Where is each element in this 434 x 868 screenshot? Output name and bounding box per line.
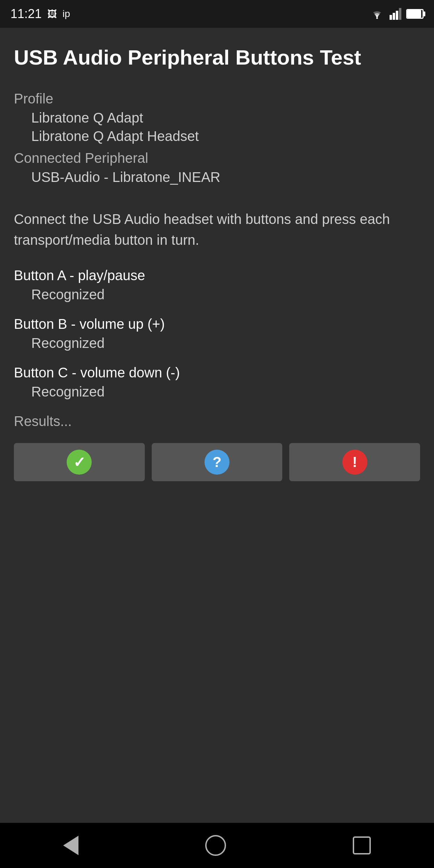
connected-peripheral-label: Connected Peripheral: [14, 150, 420, 166]
home-icon: [205, 835, 226, 856]
svg-rect-1: [390, 15, 392, 20]
recents-button[interactable]: [346, 829, 378, 861]
nav-bar: [0, 823, 434, 868]
ip-label: ip: [62, 8, 70, 19]
svg-rect-3: [396, 11, 398, 20]
button-c-label: Button C - volume down (-): [14, 365, 420, 381]
fail-button[interactable]: !: [289, 443, 420, 481]
page-title: USB Audio Peripheral Buttons Test: [14, 45, 420, 70]
unknown-button[interactable]: ?: [152, 443, 283, 481]
status-right: [369, 8, 424, 20]
battery-icon: [406, 9, 424, 19]
content-spacer: [14, 481, 420, 809]
pass-icon: ✓: [67, 450, 92, 475]
action-buttons-row: ✓ ? !: [14, 443, 420, 481]
back-button[interactable]: [56, 829, 85, 862]
button-b-section: Button B - volume up (+) Recognized: [14, 316, 420, 351]
instruction-text: Connect the USB Audio headset with butto…: [14, 209, 420, 250]
profile-item-2: Libratone Q Adapt Headset: [14, 128, 420, 144]
photo-icon: 🖼: [47, 8, 57, 20]
profile-label: Profile: [14, 91, 420, 107]
status-left: 11:21 🖼 ip: [10, 7, 70, 21]
connected-peripheral-value: USB-Audio - Libratone_INEAR: [14, 169, 420, 185]
unknown-icon: ?: [205, 450, 229, 475]
svg-rect-2: [393, 13, 395, 20]
signal-icon: [390, 8, 401, 20]
recents-icon: [353, 836, 371, 854]
profile-section: Profile Libratone Q Adapt Libratone Q Ad…: [14, 91, 420, 147]
peripheral-section: Connected Peripheral USB-Audio - Librato…: [14, 150, 420, 188]
main-content: USB Audio Peripheral Buttons Test Profil…: [0, 28, 434, 823]
back-icon: [63, 836, 78, 855]
button-a-section: Button A - play/pause Recognized: [14, 268, 420, 302]
status-time: 11:21: [10, 7, 42, 21]
status-bar: 11:21 🖼 ip: [0, 0, 434, 28]
wifi-icon: [369, 8, 385, 20]
home-button[interactable]: [198, 828, 233, 863]
button-b-label: Button B - volume up (+): [14, 316, 420, 332]
button-c-status: Recognized: [14, 384, 420, 400]
pass-button[interactable]: ✓: [14, 443, 145, 481]
button-b-status: Recognized: [14, 335, 420, 351]
results-label: Results...: [14, 414, 420, 429]
svg-point-0: [376, 17, 378, 19]
button-c-section: Button C - volume down (-) Recognized: [14, 365, 420, 400]
button-a-status: Recognized: [14, 287, 420, 302]
fail-icon: !: [342, 450, 367, 475]
profile-item-1: Libratone Q Adapt: [14, 110, 420, 126]
svg-rect-4: [399, 8, 401, 20]
button-a-label: Button A - play/pause: [14, 268, 420, 283]
